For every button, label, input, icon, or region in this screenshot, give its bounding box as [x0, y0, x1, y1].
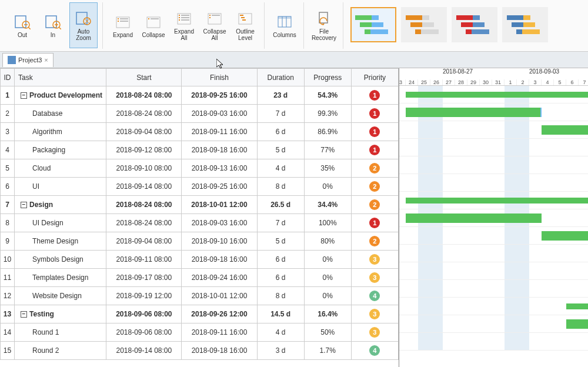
col-header-start[interactable]: Start — [106, 69, 182, 86]
cell-start[interactable]: 2018-09-17 08:00 — [106, 269, 182, 287]
outline-level-button[interactable]: Outline Level — [231, 2, 259, 48]
cell-priority[interactable]: 3 — [351, 323, 398, 342]
table-row[interactable]: 3Algorithm2018-09-04 08:002018-09-11 16:… — [1, 123, 399, 141]
zoom-in-button[interactable]: In — [39, 2, 67, 48]
cell-start[interactable]: 2018-09-06 08:00 — [106, 323, 182, 342]
cell-priority[interactable]: 1 — [351, 123, 398, 141]
cell-finish[interactable]: 2018-10-01 12:00 — [182, 196, 257, 214]
task-bar[interactable] — [542, 231, 588, 241]
table-row[interactable]: 1−Product Development2018-08-24 08:00201… — [1, 86, 399, 105]
collapse-icon[interactable]: − — [21, 311, 27, 318]
summary-bar[interactable] — [566, 303, 588, 309]
expand-button[interactable]: Expand — [109, 2, 137, 48]
cell-duration[interactable]: 5 d — [257, 232, 304, 251]
task-bar[interactable] — [406, 108, 542, 117]
table-row[interactable]: 8UI Design2018-08-24 08:002018-09-03 16:… — [1, 214, 399, 232]
table-row[interactable]: 10Symbols Design2018-09-11 08:002018-09-… — [1, 251, 399, 269]
summary-bar[interactable] — [406, 198, 588, 203]
gantt-style-3[interactable] — [452, 7, 497, 42]
cell-finish[interactable]: 2018-09-11 16:00 — [182, 323, 257, 342]
cell-task[interactable]: −Testing — [15, 305, 106, 323]
collapse-icon[interactable]: − — [21, 202, 27, 208]
summary-bar[interactable] — [406, 92, 588, 98]
task-bar[interactable] — [542, 125, 588, 135]
cell-progress[interactable]: 100% — [304, 214, 351, 232]
cell-progress[interactable]: 54.3% — [304, 86, 351, 105]
cell-progress[interactable]: 0% — [304, 251, 351, 269]
cell-finish[interactable]: 2018-09-18 16:00 — [182, 342, 257, 360]
cell-progress[interactable]: 99.3% — [304, 105, 351, 123]
cell-priority[interactable]: 1 — [351, 141, 398, 159]
cell-priority[interactable]: 4 — [351, 342, 398, 360]
cell-progress[interactable]: 77% — [304, 141, 351, 159]
cell-progress[interactable]: 34.4% — [304, 196, 351, 214]
cell-task[interactable]: Packaging — [15, 141, 106, 159]
cell-duration[interactable]: 4 d — [257, 159, 304, 178]
zoom-out-button[interactable]: Out — [8, 2, 36, 48]
cell-priority[interactable]: 2 — [351, 196, 398, 214]
cell-progress[interactable]: 50% — [304, 323, 351, 342]
cell-finish[interactable]: 2018-09-25 16:00 — [182, 86, 257, 105]
collapse-all-button[interactable]: Collapse All — [201, 2, 229, 48]
cell-priority[interactable]: 3 — [351, 269, 398, 287]
cell-duration[interactable]: 6 d — [257, 251, 304, 269]
cell-start[interactable]: 2018-08-24 08:00 — [106, 196, 182, 214]
table-row[interactable]: 9Theme Design2018-09-04 08:002018-09-10 … — [1, 232, 399, 251]
cell-duration[interactable]: 23 d — [257, 86, 304, 105]
table-row[interactable]: 13−Testing2018-09-06 08:002018-09-26 12:… — [1, 305, 399, 323]
expand-all-button[interactable]: Expand All — [170, 2, 198, 48]
table-row[interactable]: 5Cloud2018-09-10 08:002018-09-13 16:004 … — [1, 159, 399, 178]
file-recovery-button[interactable]: File Recovery — [310, 2, 338, 48]
cell-duration[interactable]: 5 d — [257, 141, 304, 159]
col-header-task[interactable]: Task — [15, 69, 106, 86]
cell-start[interactable]: 2018-08-24 08:00 — [106, 214, 182, 232]
cell-task[interactable]: Cloud — [15, 159, 106, 178]
cell-priority[interactable]: 1 — [351, 86, 398, 105]
cell-task[interactable]: UI Design — [15, 214, 106, 232]
cell-duration[interactable]: 7 d — [257, 214, 304, 232]
cell-finish[interactable]: 2018-09-18 16:00 — [182, 251, 257, 269]
cell-start[interactable]: 2018-08-24 08:00 — [106, 105, 182, 123]
cell-priority[interactable]: 1 — [351, 214, 398, 232]
cell-start[interactable]: 2018-09-14 08:00 — [106, 342, 182, 360]
cell-task[interactable]: Website Design — [15, 287, 106, 305]
cell-task[interactable]: Round 2 — [15, 342, 106, 360]
collapse-icon[interactable]: − — [21, 92, 27, 99]
cell-task[interactable]: Theme Design — [15, 232, 106, 251]
table-row[interactable]: 6UI2018-09-14 08:002018-09-25 16:008 d0%… — [1, 178, 399, 196]
cell-duration[interactable]: 8 d — [257, 178, 304, 196]
cell-finish[interactable]: 2018-09-26 12:00 — [182, 305, 257, 323]
cell-finish[interactable]: 2018-09-18 16:00 — [182, 141, 257, 159]
gantt-style-1[interactable] — [350, 7, 396, 42]
table-row[interactable]: 7−Design2018-08-24 08:002018-10-01 12:00… — [1, 196, 399, 214]
cell-priority[interactable]: 4 — [351, 287, 398, 305]
task-bar[interactable] — [566, 319, 588, 329]
cell-duration[interactable]: 26.5 d — [257, 196, 304, 214]
cell-task[interactable]: −Product Development — [15, 86, 106, 105]
task-bar[interactable] — [406, 213, 542, 223]
col-header-duration[interactable]: Duration — [257, 69, 304, 86]
cell-task[interactable]: UI — [15, 178, 106, 196]
gantt-style-4[interactable] — [502, 7, 548, 42]
cell-start[interactable]: 2018-09-10 08:00 — [106, 159, 182, 178]
cell-duration[interactable]: 8 d — [257, 287, 304, 305]
cell-progress[interactable]: 0% — [304, 287, 351, 305]
cell-start[interactable]: 2018-09-04 08:00 — [106, 123, 182, 141]
cell-start[interactable]: 2018-09-11 08:00 — [106, 251, 182, 269]
cell-start[interactable]: 2018-09-19 12:00 — [106, 287, 182, 305]
cell-duration[interactable]: 3 d — [257, 342, 304, 360]
cell-priority[interactable]: 1 — [351, 105, 398, 123]
table-row[interactable]: 14Round 12018-09-06 08:002018-09-11 16:0… — [1, 323, 399, 342]
col-header-progress[interactable]: Progress — [304, 69, 351, 86]
table-row[interactable]: 11Templates Design2018-09-17 08:002018-0… — [1, 269, 399, 287]
cell-start[interactable]: 2018-09-14 08:00 — [106, 178, 182, 196]
document-tab[interactable]: Project3 × — [2, 53, 54, 67]
cell-finish[interactable]: 2018-09-11 16:00 — [182, 123, 257, 141]
cell-priority[interactable]: 3 — [351, 251, 398, 269]
cell-progress[interactable]: 0% — [304, 178, 351, 196]
gantt-style-2[interactable] — [401, 7, 447, 42]
cell-duration[interactable]: 6 d — [257, 123, 304, 141]
cell-priority[interactable]: 3 — [351, 305, 398, 323]
table-row[interactable]: 15Round 22018-09-14 08:002018-09-18 16:0… — [1, 342, 399, 360]
cell-start[interactable]: 2018-09-06 08:00 — [106, 305, 182, 323]
